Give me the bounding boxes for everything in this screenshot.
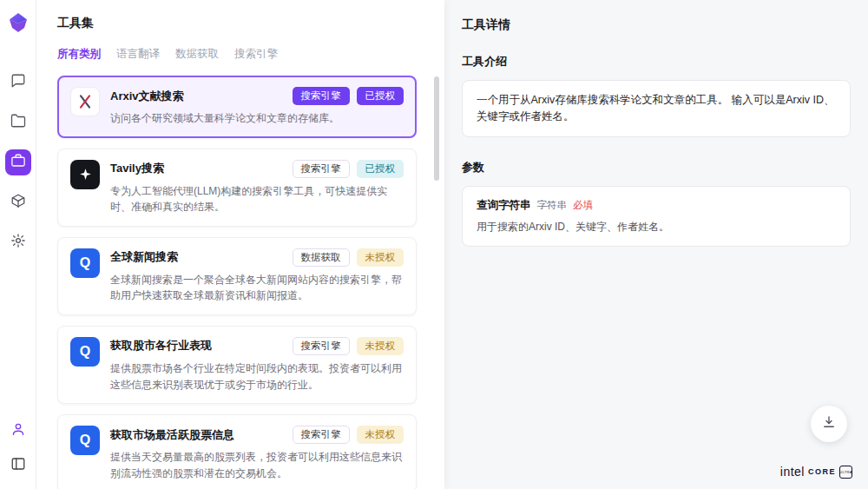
tool-description: 专为人工智能代理(LLM)构建的搜索引擎工具，可快速提供实时、准确和真实的结果。 [110, 183, 404, 215]
news-search-icon: Q [70, 248, 100, 278]
intro-section-title: 工具介绍 [462, 54, 851, 69]
tavily-icon [70, 160, 100, 189]
tab-translation[interactable]: 语言翻译 [116, 47, 160, 62]
tool-name: 获取市场最活跃股票信息 [110, 427, 234, 443]
sidebar-item-files[interactable] [5, 109, 31, 135]
auth-badge: 未授权 [357, 337, 404, 355]
category-badge: 数据获取 [293, 248, 350, 267]
param-name: 查询字符串 [477, 198, 531, 213]
tool-name: 全球新闻搜索 [110, 249, 178, 265]
category-badge: 搜索引擎 [293, 160, 350, 178]
tool-description: 提供当天交易量最高的股票列表，投资者可以利用这些信息来识别流动性强的股票和潜在的… [110, 449, 404, 481]
scrollbar-thumb[interactable] [434, 76, 439, 181]
folder-icon [10, 113, 26, 132]
param-card: 查询字符串 字符串 必填 用于搜索的Arxiv ID、关键字、作者姓名。 [462, 186, 851, 247]
tool-card-stock-sectors[interactable]: Q 获取股市各行业表现 搜索引擎 未授权 提供股票市场各个行业在特定时间段内的表… [57, 326, 417, 404]
category-badge: 搜索引擎 [293, 426, 350, 444]
tool-list-panel: 工具集 所有类别 语言翻译 数据获取 搜索引擎 Arxiv文献搜索 搜索引擎 已… [36, 0, 444, 489]
sidebar-item-collapse[interactable] [5, 453, 31, 479]
auth-badge: 已授权 [357, 87, 404, 105]
list-scrollbar [434, 76, 439, 480]
detail-title: 工具详情 [462, 17, 851, 33]
tool-description: 提供股票市场各个行业在特定时间段内的表现。投资者可以利用这些信息来识别表现优于或… [110, 360, 404, 393]
ultra-badge: ULTRA [839, 466, 852, 479]
param-description: 用于搜索的Arxiv ID、关键字、作者姓名。 [477, 220, 836, 235]
tool-card-global-news[interactable]: Q 全球新闻搜索 数据获取 未授权 全球新闻搜索是一个聚合全球各大新闻网站内容的… [57, 237, 417, 315]
briefcase-icon [10, 153, 26, 172]
download-button[interactable] [811, 406, 847, 442]
auth-badge: 未授权 [357, 426, 404, 444]
auth-badge: 未授权 [357, 248, 404, 267]
core-wordmark: CORE [808, 467, 836, 476]
tool-intro-text: 一个用于从Arxiv存储库搜索科学论文和文章的工具。 输入可以是Arxiv ID… [462, 80, 851, 137]
intel-core-logo: intel CORE ULTRA [780, 465, 852, 479]
param-type: 字符串 [537, 199, 568, 212]
tool-description: 全球新闻搜索是一个聚合全球各大新闻网站内容的搜索引擎，帮助用户快速获取全球最新资… [110, 272, 404, 304]
tool-name: Tavily搜索 [110, 161, 164, 176]
sidebar-item-chat[interactable] [5, 69, 31, 96]
sidebar-item-plugins[interactable] [5, 189, 31, 215]
download-icon [821, 414, 837, 433]
app-window: 工具集 所有类别 语言翻译 数据获取 搜索引擎 Arxiv文献搜索 搜索引擎 已… [0, 0, 868, 489]
tool-name: Arxiv文献搜索 [110, 89, 184, 104]
sidebar-item-settings[interactable] [5, 229, 31, 255]
panel-icon [10, 456, 26, 475]
auth-badge: 已授权 [357, 160, 404, 178]
arxiv-icon [70, 87, 100, 116]
user-icon [10, 421, 26, 440]
params-section-title: 参数 [462, 160, 851, 175]
tab-search-engine[interactable]: 搜索引擎 [234, 47, 278, 62]
sidebar-item-tools[interactable] [5, 149, 31, 175]
tool-description: 访问各个研究领域大量科学论文和文章的存储库。 [110, 110, 404, 127]
category-badge: 搜索引擎 [293, 87, 350, 105]
tool-name: 获取股市各行业表现 [110, 338, 212, 354]
page-title: 工具集 [57, 16, 417, 31]
tool-detail-panel: 工具详情 工具介绍 一个用于从Arxiv存储库搜索科学论文和文章的工具。 输入可… [444, 0, 868, 489]
tool-card-active-stocks[interactable]: Q 获取市场最活跃股票信息 搜索引擎 未授权 提供当天交易量最高的股票列表，投资… [57, 414, 417, 489]
gear-icon [10, 233, 26, 252]
cube-icon [10, 193, 26, 212]
tab-data-fetch[interactable]: 数据获取 [175, 47, 219, 62]
tab-all-categories[interactable]: 所有类别 [57, 47, 101, 62]
param-required-badge: 必填 [573, 199, 593, 212]
app-logo [8, 12, 29, 33]
intel-wordmark: intel [780, 465, 805, 479]
tool-card-tavily[interactable]: Tavily搜索 搜索引擎 已授权 专为人工智能代理(LLM)构建的搜索引擎工具… [57, 149, 417, 227]
sidebar-item-account[interactable] [5, 418, 31, 444]
stock-sector-icon: Q [70, 337, 100, 367]
chat-icon [10, 73, 26, 92]
active-stock-icon: Q [70, 426, 100, 455]
category-badge: 搜索引擎 [293, 337, 350, 355]
tool-card-arxiv[interactable]: Arxiv文献搜索 搜索引擎 已授权 访问各个研究领域大量科学论文和文章的存储库… [57, 76, 417, 138]
category-tabs: 所有类别 语言翻译 数据获取 搜索引擎 [57, 47, 417, 62]
icon-rail [0, 0, 36, 489]
